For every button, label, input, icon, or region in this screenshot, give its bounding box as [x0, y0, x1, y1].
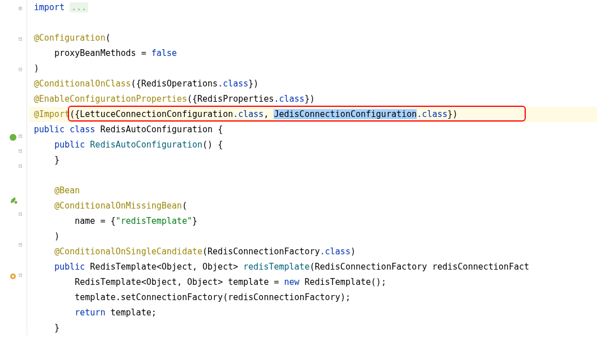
svg-point-1: [14, 201, 18, 204]
var-template: template: [228, 277, 269, 287]
fold-toggle-icon[interactable]: ⊟: [19, 161, 25, 168]
fold-toggle-icon[interactable]: ⊟: [19, 240, 25, 246]
bean-icon[interactable]: [9, 131, 18, 140]
keyword-new: new: [284, 277, 300, 287]
dot-class: .class: [218, 79, 248, 89]
fold-toggle-icon[interactable]: ⊟: [19, 131, 25, 138]
fold-toggle-icon[interactable]: ⊟: [19, 34, 25, 41]
selected-jedisconfig: JedisConnectionConfiguration: [274, 109, 417, 119]
dot-class: .class: [320, 246, 351, 257]
code-line[interactable]: name = {"redisTemplate"}: [29, 214, 597, 229]
code-line[interactable]: public RedisAutoConfiguration() {: [29, 137, 597, 153]
bean-gutter-icon[interactable]: [9, 270, 18, 279]
code-line[interactable]: @ConditionalOnMissingBean(: [29, 198, 597, 214]
fold-toggle-icon[interactable]: ⊟: [19, 209, 25, 216]
class-redisproperties: RedisProperties: [197, 94, 274, 104]
code-line[interactable]: return template;: [29, 305, 597, 320]
method-redistemplate: redisTemplate: [243, 262, 309, 272]
fold-toggle-icon[interactable]: ⊟: [19, 64, 25, 71]
blank-line: [29, 15, 597, 31]
annotation-bean: @Bean: [54, 185, 80, 196]
keyword-return: return: [75, 307, 105, 318]
code-editor: ⊞ ⊟ ⊟ ⊟ ⊟ ⊟ ⊟ ⊟ ⊟ import ... @Configurat…: [0, 0, 597, 336]
code-area[interactable]: import ... @Configuration( proxyBeanMeth…: [27, 0, 597, 336]
annotation-conditionalonsinglecandidate: @ConditionalOnSingleCandidate: [54, 246, 202, 257]
fold-toggle-icon[interactable]: ⊟: [19, 270, 25, 277]
folded-imports[interactable]: ...: [70, 2, 88, 12]
code-line[interactable]: public RedisTemplate<Object, Object> red…: [29, 259, 597, 275]
constructor-name: RedisAutoConfiguration: [90, 140, 202, 150]
dot-class: .class: [274, 94, 304, 104]
annotation-import: @Import: [34, 109, 70, 119]
code-line[interactable]: public class RedisAutoConfiguration {: [29, 122, 597, 137]
fold-toggle-icon[interactable]: ⊟: [19, 146, 25, 153]
annotation-conditionalonmissingbean: @ConditionalOnMissingBean: [54, 201, 182, 211]
class-lettuceconfig: LettuceConnectionConfiguration: [80, 109, 233, 119]
class-redisoperations: RedisOperations: [141, 79, 218, 89]
fold-toggle-icon[interactable]: ⊞: [19, 3, 25, 10]
keyword-false: false: [152, 48, 177, 58]
code-line[interactable]: }: [29, 153, 597, 168]
code-line-highlighted[interactable]: @Import({LettuceConnectionConfiguration.…: [29, 107, 597, 122]
code-line[interactable]: @Bean: [29, 183, 597, 198]
spring-leaf-icon[interactable]: [9, 194, 18, 203]
attr-proxyBeanMethods: proxyBeanMethods: [54, 48, 136, 58]
code-line[interactable]: ): [29, 61, 597, 76]
annotation-enableconfigprops: @EnableConfigurationProperties: [34, 94, 187, 104]
blank-line: [29, 168, 597, 183]
code-line[interactable]: @ConditionalOnSingleCandidate(RedisConne…: [29, 244, 597, 259]
code-line[interactable]: @EnableConfigurationProperties({RedisPro…: [29, 92, 597, 107]
code-line[interactable]: ): [29, 229, 597, 244]
code-line[interactable]: proxyBeanMethods = false: [29, 46, 597, 61]
keyword-public: public: [54, 140, 85, 150]
type-redistemplate: RedisTemplate: [75, 277, 141, 287]
keyword-import: import: [34, 2, 64, 12]
code-line[interactable]: @ConditionalOnClass({RedisOperations.cla…: [29, 76, 597, 92]
code-line[interactable]: }: [29, 320, 597, 336]
type-redistemplate: RedisTemplate: [90, 262, 156, 272]
code-line[interactable]: RedisTemplate<Object, Object> template =…: [29, 275, 597, 290]
keyword-class: class: [70, 124, 95, 135]
svg-point-0: [10, 134, 16, 141]
class-redisconnectionfactory: RedisConnectionFactory: [207, 246, 320, 257]
class-name: RedisAutoConfiguration: [100, 124, 213, 135]
method-setconnectionfactory: setConnectionFactory: [121, 292, 223, 302]
code-line[interactable]: import ...: [29, 0, 597, 15]
keyword-public: public: [54, 262, 85, 272]
param-type: RedisConnectionFactory: [315, 262, 427, 272]
dot-class: .class: [417, 109, 447, 119]
svg-point-3: [12, 275, 14, 278]
param-name: redisConnectionFact: [432, 262, 529, 272]
code-line[interactable]: @Configuration(: [29, 31, 597, 46]
dot-class: .class: [233, 109, 263, 119]
annotation-configuration: @Configuration: [34, 33, 105, 43]
code-line[interactable]: template.setConnectionFactory(redisConne…: [29, 290, 597, 305]
keyword-public: public: [34, 124, 64, 135]
annotation-conditionalonclass: @ConditionalOnClass: [34, 79, 131, 89]
gutter: ⊞ ⊟ ⊟ ⊟ ⊟ ⊟ ⊟ ⊟ ⊟: [0, 0, 27, 336]
string-redistemplate: "redisTemplate": [116, 216, 192, 226]
attr-name: name: [75, 216, 95, 226]
